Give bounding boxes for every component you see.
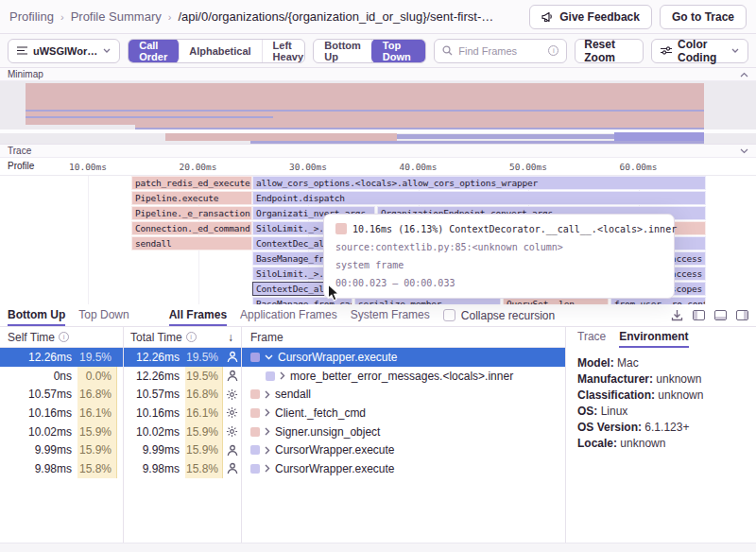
find-frames-placeholder: Find Frames: [458, 45, 542, 57]
layout-left-icon[interactable]: [693, 310, 705, 320]
self-time-value: 10.02ms: [0, 423, 77, 441]
minimap-block: [614, 132, 704, 141]
expand-chevron-icon[interactable]: [265, 354, 273, 360]
flame-frame[interactable]: Pipeline._e_ransaction: [131, 206, 252, 220]
table-row[interactable]: 9.99ms 15.9% 9.99ms 15.9% CursorWrapper.…: [0, 440, 565, 459]
application-frame-icon: [223, 367, 241, 386]
frame-color-swatch: [250, 427, 260, 437]
trace-header[interactable]: Trace: [0, 145, 756, 158]
tab-all-frames[interactable]: All Frames: [169, 304, 227, 326]
give-feedback-button[interactable]: Give Feedback: [529, 5, 652, 29]
detail-field: Classification: unknown: [577, 388, 745, 404]
minimap-block: [26, 116, 273, 118]
tooltip-frame-type: system frame: [335, 260, 662, 270]
table-row[interactable]: 10.02ms 15.9% 10.02ms 15.9% Signer.unsig…: [0, 423, 565, 441]
column-divider: [241, 327, 242, 543]
expand-chevron-icon[interactable]: [265, 446, 270, 455]
axis-tick: 10.00ms: [55, 162, 121, 172]
total-time-percent: 15.9%: [185, 440, 223, 459]
collapse-chevron-icon[interactable]: [740, 72, 748, 78]
reset-zoom-button[interactable]: Reset Zoom: [575, 39, 644, 63]
axis-tick: 30.00ms: [275, 162, 341, 172]
breadcrumb-profiling[interactable]: Profiling: [9, 9, 54, 24]
flame-frame[interactable]: ContextDec_als>.i: [252, 236, 328, 250]
total-time-percent: 15.9%: [185, 423, 223, 441]
find-frames-input[interactable]: Find Frames i: [434, 39, 567, 63]
layout-right-icon[interactable]: [736, 310, 748, 320]
tooltip-source: source:contextlib.py:85:<unknown column>: [335, 242, 662, 252]
axis-tick: 40.00ms: [386, 162, 452, 172]
table-row[interactable]: 12.26ms 19.5% 12.26ms 19.5% CursorWrappe…: [0, 348, 565, 367]
flame-frame[interactable]: patch_redis_ed_execute: [131, 176, 252, 190]
flame-frame[interactable]: SiloLimit._>.over: [252, 267, 328, 281]
table-row[interactable]: 10.57ms 16.8% 10.57ms 16.8% sendall: [0, 385, 565, 404]
expand-chevron-icon[interactable]: [740, 148, 748, 154]
give-feedback-label: Give Feedback: [559, 10, 640, 24]
column-frame[interactable]: Frame: [241, 327, 565, 347]
tab-bottom-up[interactable]: Bottom Up: [8, 304, 65, 326]
tab-system-frames[interactable]: System Frames: [351, 304, 430, 326]
self-time-percent: 19.5%: [77, 348, 117, 367]
minimap-section: Minimap: [0, 68, 756, 144]
frame-color-swatch: [250, 445, 260, 455]
flame-frame[interactable]: Pipeline.execute: [131, 191, 252, 205]
flame-frame[interactable]: ContextDec_als>.i: [252, 282, 328, 296]
flame-frame[interactable]: SiloLimit._>.over: [252, 221, 328, 235]
sort-call-order[interactable]: Call Order: [128, 39, 180, 63]
detail-field-label: Manufacturer:: [577, 372, 656, 386]
direction-top-down[interactable]: Top Down: [371, 39, 426, 63]
application-frame-icon: [223, 348, 241, 367]
breadcrumb: Profiling › Profile Summary › /api/0/org…: [9, 9, 493, 24]
table-row[interactable]: 10.16ms 16.1% 10.16ms 16.1% Client._fetc…: [0, 404, 565, 423]
tab-top-down[interactable]: Top Down: [78, 304, 129, 326]
flame-frame[interactable]: sendall: [131, 236, 252, 250]
layout-bottom-icon[interactable]: [714, 310, 727, 320]
detail-field-label: OS Version:: [577, 421, 644, 434]
axis-tick: 20.00ms: [165, 162, 232, 172]
sort-alphabetical[interactable]: Alphabetical: [179, 40, 262, 62]
sort-descending-icon[interactable]: ↓: [228, 331, 241, 344]
total-time-percent: 19.5%: [185, 348, 223, 367]
sort-left-heavy[interactable]: Left Heavy: [263, 40, 306, 62]
collapse-recursion-checkbox[interactable]: Collapse recursion: [443, 304, 555, 326]
expand-chevron-icon[interactable]: [280, 371, 285, 380]
frame-color-swatch: [250, 353, 260, 362]
flame-frame[interactable]: BaseManage_from_c: [252, 251, 328, 266]
checkbox-icon: [443, 309, 455, 321]
minimap-title: Minimap: [8, 69, 43, 79]
download-icon[interactable]: [671, 309, 683, 321]
color-coding-label: Color Coding: [678, 38, 726, 64]
tab-application-frames[interactable]: Application Frames: [240, 304, 337, 326]
table-row[interactable]: 9.98ms 15.8% 9.98ms 15.8% CursorWrapper.…: [0, 459, 565, 478]
thread-selector[interactable]: uWSGIWor…: [8, 39, 120, 63]
minimap-header[interactable]: Minimap: [0, 68, 756, 81]
detail-field-value: 6.1.123+: [644, 421, 689, 434]
frame-color-swatch: [266, 371, 275, 381]
go-to-trace-button[interactable]: Go to Trace: [660, 5, 747, 29]
flame-frame[interactable]: Endpoint.dispatch: [252, 191, 706, 205]
total-time-value: 10.02ms: [117, 423, 185, 441]
tab-trace[interactable]: Trace: [577, 327, 606, 348]
self-time-value: 10.16ms: [0, 404, 77, 423]
breadcrumb-profile-summary[interactable]: Profile Summary: [71, 9, 162, 24]
flame-frame[interactable]: allow_cors_options.<locals>.allow_cors_o…: [252, 176, 706, 190]
direction-bottom-up[interactable]: Bottom Up: [314, 40, 372, 62]
table-row[interactable]: 0ns 0.0% 12.26ms 19.5% more_better_error…: [0, 367, 565, 386]
column-total-time[interactable]: Total Time i ↓: [123, 327, 241, 347]
detail-field-label: Model:: [577, 356, 617, 370]
bottom-scrollbar-track[interactable]: [0, 543, 756, 552]
self-time-value: 0ns: [0, 367, 77, 386]
breadcrumb-separator: ›: [168, 11, 172, 23]
expand-chevron-icon[interactable]: [265, 390, 270, 399]
minimap-canvas[interactable]: [0, 81, 756, 144]
self-time-value: 10.57ms: [0, 385, 77, 404]
info-icon: i: [548, 45, 558, 56]
expand-chevron-icon[interactable]: [265, 464, 270, 473]
frame-color-swatch: [250, 464, 260, 474]
column-self-time[interactable]: Self Time i: [0, 327, 123, 347]
color-coding-button[interactable]: Color Coding: [651, 39, 748, 63]
expand-chevron-icon[interactable]: [265, 408, 270, 417]
expand-chevron-icon[interactable]: [265, 427, 270, 436]
flame-frame[interactable]: Connection._ed_command: [131, 221, 252, 235]
tab-environment[interactable]: Environment: [619, 327, 688, 348]
